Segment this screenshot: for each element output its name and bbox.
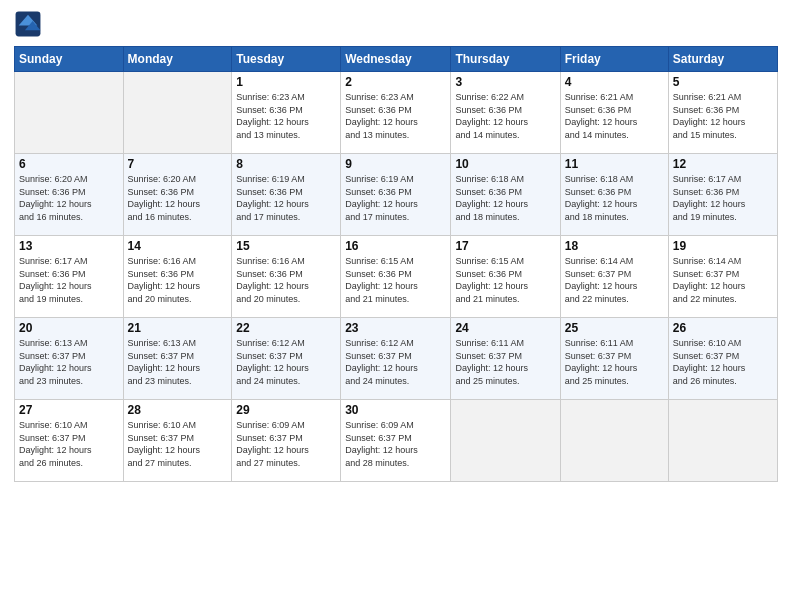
daylight-text-2: and 17 minutes. [236, 211, 336, 224]
sunrise-text: Sunrise: 6:10 AM [128, 419, 228, 432]
daylight-text-2: and 27 minutes. [128, 457, 228, 470]
daylight-text: Daylight: 12 hours [236, 116, 336, 129]
daylight-text: Daylight: 12 hours [455, 198, 555, 211]
daylight-text-2: and 26 minutes. [19, 457, 119, 470]
weekday-header: Sunday [15, 47, 124, 72]
day-info: Sunrise: 6:17 AMSunset: 6:36 PMDaylight:… [673, 173, 773, 223]
day-info: Sunrise: 6:20 AMSunset: 6:36 PMDaylight:… [128, 173, 228, 223]
day-info: Sunrise: 6:09 AMSunset: 6:37 PMDaylight:… [236, 419, 336, 469]
daylight-text: Daylight: 12 hours [128, 198, 228, 211]
sunrise-text: Sunrise: 6:16 AM [236, 255, 336, 268]
sunset-text: Sunset: 6:37 PM [673, 350, 773, 363]
calendar-cell: 10Sunrise: 6:18 AMSunset: 6:36 PMDayligh… [451, 154, 560, 236]
sunset-text: Sunset: 6:36 PM [345, 268, 446, 281]
day-number: 2 [345, 75, 446, 89]
sunset-text: Sunset: 6:37 PM [345, 432, 446, 445]
sunset-text: Sunset: 6:36 PM [236, 186, 336, 199]
daylight-text-2: and 23 minutes. [128, 375, 228, 388]
sunset-text: Sunset: 6:36 PM [345, 104, 446, 117]
day-number: 10 [455, 157, 555, 171]
daylight-text: Daylight: 12 hours [236, 198, 336, 211]
daylight-text-2: and 24 minutes. [236, 375, 336, 388]
day-number: 15 [236, 239, 336, 253]
daylight-text: Daylight: 12 hours [236, 362, 336, 375]
day-number: 24 [455, 321, 555, 335]
calendar-cell: 12Sunrise: 6:17 AMSunset: 6:36 PMDayligh… [668, 154, 777, 236]
sunrise-text: Sunrise: 6:17 AM [673, 173, 773, 186]
day-info: Sunrise: 6:22 AMSunset: 6:36 PMDaylight:… [455, 91, 555, 141]
sunset-text: Sunset: 6:36 PM [19, 186, 119, 199]
sunset-text: Sunset: 6:37 PM [565, 268, 664, 281]
day-number: 26 [673, 321, 773, 335]
daylight-text-2: and 22 minutes. [673, 293, 773, 306]
calendar-cell: 3Sunrise: 6:22 AMSunset: 6:36 PMDaylight… [451, 72, 560, 154]
daylight-text-2: and 14 minutes. [455, 129, 555, 142]
calendar-cell: 4Sunrise: 6:21 AMSunset: 6:36 PMDaylight… [560, 72, 668, 154]
calendar-cell: 9Sunrise: 6:19 AMSunset: 6:36 PMDaylight… [341, 154, 451, 236]
page: SundayMondayTuesdayWednesdayThursdayFrid… [0, 0, 792, 612]
day-number: 14 [128, 239, 228, 253]
sunset-text: Sunset: 6:37 PM [19, 432, 119, 445]
daylight-text: Daylight: 12 hours [19, 198, 119, 211]
weekday-header: Wednesday [341, 47, 451, 72]
sunrise-text: Sunrise: 6:10 AM [19, 419, 119, 432]
day-info: Sunrise: 6:10 AMSunset: 6:37 PMDaylight:… [673, 337, 773, 387]
sunrise-text: Sunrise: 6:14 AM [673, 255, 773, 268]
daylight-text: Daylight: 12 hours [345, 116, 446, 129]
day-info: Sunrise: 6:12 AMSunset: 6:37 PMDaylight:… [345, 337, 446, 387]
day-info: Sunrise: 6:23 AMSunset: 6:36 PMDaylight:… [236, 91, 336, 141]
day-number: 27 [19, 403, 119, 417]
calendar-cell [560, 400, 668, 482]
weekday-header: Friday [560, 47, 668, 72]
calendar-cell: 17Sunrise: 6:15 AMSunset: 6:36 PMDayligh… [451, 236, 560, 318]
day-number: 12 [673, 157, 773, 171]
day-info: Sunrise: 6:23 AMSunset: 6:36 PMDaylight:… [345, 91, 446, 141]
daylight-text: Daylight: 12 hours [345, 444, 446, 457]
calendar-cell: 21Sunrise: 6:13 AMSunset: 6:37 PMDayligh… [123, 318, 232, 400]
daylight-text: Daylight: 12 hours [455, 362, 555, 375]
sunset-text: Sunset: 6:37 PM [345, 350, 446, 363]
day-info: Sunrise: 6:18 AMSunset: 6:36 PMDaylight:… [455, 173, 555, 223]
calendar-cell: 26Sunrise: 6:10 AMSunset: 6:37 PMDayligh… [668, 318, 777, 400]
daylight-text: Daylight: 12 hours [565, 116, 664, 129]
calendar-cell: 29Sunrise: 6:09 AMSunset: 6:37 PMDayligh… [232, 400, 341, 482]
day-number: 22 [236, 321, 336, 335]
day-number: 7 [128, 157, 228, 171]
sunrise-text: Sunrise: 6:18 AM [565, 173, 664, 186]
calendar-table: SundayMondayTuesdayWednesdayThursdayFrid… [14, 46, 778, 482]
day-info: Sunrise: 6:10 AMSunset: 6:37 PMDaylight:… [19, 419, 119, 469]
daylight-text-2: and 18 minutes. [455, 211, 555, 224]
weekday-header: Tuesday [232, 47, 341, 72]
sunset-text: Sunset: 6:37 PM [128, 350, 228, 363]
day-info: Sunrise: 6:10 AMSunset: 6:37 PMDaylight:… [128, 419, 228, 469]
sunrise-text: Sunrise: 6:15 AM [455, 255, 555, 268]
day-number: 13 [19, 239, 119, 253]
daylight-text-2: and 15 minutes. [673, 129, 773, 142]
day-info: Sunrise: 6:14 AMSunset: 6:37 PMDaylight:… [673, 255, 773, 305]
day-info: Sunrise: 6:21 AMSunset: 6:36 PMDaylight:… [565, 91, 664, 141]
sunset-text: Sunset: 6:37 PM [236, 350, 336, 363]
daylight-text-2: and 21 minutes. [455, 293, 555, 306]
daylight-text-2: and 18 minutes. [565, 211, 664, 224]
calendar-cell: 15Sunrise: 6:16 AMSunset: 6:36 PMDayligh… [232, 236, 341, 318]
daylight-text-2: and 20 minutes. [236, 293, 336, 306]
sunrise-text: Sunrise: 6:15 AM [345, 255, 446, 268]
day-info: Sunrise: 6:18 AMSunset: 6:36 PMDaylight:… [565, 173, 664, 223]
daylight-text-2: and 17 minutes. [345, 211, 446, 224]
calendar-cell: 22Sunrise: 6:12 AMSunset: 6:37 PMDayligh… [232, 318, 341, 400]
day-number: 3 [455, 75, 555, 89]
daylight-text: Daylight: 12 hours [455, 280, 555, 293]
day-number: 17 [455, 239, 555, 253]
calendar-cell [123, 72, 232, 154]
calendar-cell: 30Sunrise: 6:09 AMSunset: 6:37 PMDayligh… [341, 400, 451, 482]
calendar-cell: 11Sunrise: 6:18 AMSunset: 6:36 PMDayligh… [560, 154, 668, 236]
calendar-cell: 7Sunrise: 6:20 AMSunset: 6:36 PMDaylight… [123, 154, 232, 236]
daylight-text-2: and 28 minutes. [345, 457, 446, 470]
sunset-text: Sunset: 6:36 PM [673, 104, 773, 117]
daylight-text: Daylight: 12 hours [565, 362, 664, 375]
daylight-text: Daylight: 12 hours [565, 280, 664, 293]
sunrise-text: Sunrise: 6:21 AM [673, 91, 773, 104]
day-info: Sunrise: 6:15 AMSunset: 6:36 PMDaylight:… [345, 255, 446, 305]
day-info: Sunrise: 6:16 AMSunset: 6:36 PMDaylight:… [128, 255, 228, 305]
calendar-cell: 16Sunrise: 6:15 AMSunset: 6:36 PMDayligh… [341, 236, 451, 318]
